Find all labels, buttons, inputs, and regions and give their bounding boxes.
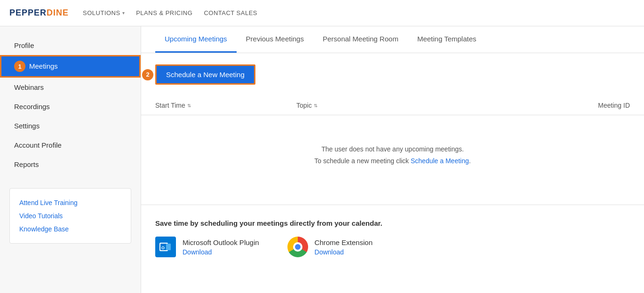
schedule-area: 2 Schedule a New Meeting xyxy=(141,53,644,96)
sidebar-link-attend-live-training[interactable]: Attend Live Training xyxy=(19,196,121,209)
page-layout: Profile 1Meetings Webinars Recordings Se… xyxy=(0,26,644,293)
nav-contact-sales[interactable]: CONTACT SALES xyxy=(204,9,257,16)
top-navigation: PEPPERDINE SOLUTIONS ▾ PLANS & PRICING C… xyxy=(0,0,644,26)
schedule-new-meeting-button[interactable]: Schedule a New Meeting xyxy=(155,64,255,85)
chrome-inner-circle xyxy=(293,242,302,252)
svg-text:O: O xyxy=(161,245,165,250)
tab-previous-meetings[interactable]: Previous Meetings xyxy=(237,26,313,53)
nav-plans-pricing[interactable]: PLANS & PRICING xyxy=(136,9,192,16)
plugin-chrome-download-link[interactable]: Download xyxy=(315,248,344,256)
chrome-icon xyxy=(287,237,308,257)
sidebar-item-recordings[interactable]: Recordings xyxy=(0,97,141,116)
sidebar-link-profile[interactable]: Profile xyxy=(0,36,141,55)
plugin-outlook-download-link[interactable]: Download xyxy=(183,248,212,256)
sidebar-item-webinars[interactable]: Webinars xyxy=(0,78,141,97)
step-badge-2: 2 xyxy=(142,69,153,80)
tab-meeting-templates[interactable]: Meeting Templates xyxy=(408,26,486,53)
sidebar-item-settings[interactable]: Settings xyxy=(0,116,141,135)
sidebar-link-webinars[interactable]: Webinars xyxy=(0,78,141,97)
nav-solutions[interactable]: SOLUTIONS ▾ xyxy=(83,9,125,16)
plugin-outlook-name: Microsoft Outlook Plugin xyxy=(183,238,259,246)
step-badge-1: 1 xyxy=(14,61,25,72)
plugin-outlook: O Microsoft Outlook Plugin Download xyxy=(155,237,259,257)
sort-topic-icon[interactable]: ⇅ xyxy=(314,103,318,108)
sidebar-link-knowledge-base[interactable]: Knowledge Base xyxy=(19,222,121,236)
schedule-meeting-link[interactable]: Schedule a Meeting xyxy=(411,157,469,165)
col-start-time: Start Time ⇅ xyxy=(155,102,296,109)
empty-state: The user does not have any upcoming meet… xyxy=(141,115,644,195)
logo[interactable]: PEPPERDINE xyxy=(9,8,69,18)
nav-links: SOLUTIONS ▾ PLANS & PRICING CONTACT SALE… xyxy=(83,9,257,16)
sidebar-link-reports[interactable]: Reports xyxy=(0,155,141,174)
sidebar-link-account-profile[interactable]: Account Profile xyxy=(0,135,141,155)
calendar-section: Save time by scheduling your meetings di… xyxy=(141,205,644,271)
calendar-section-heading: Save time by scheduling your meetings di… xyxy=(155,219,630,227)
plugin-chrome-name: Chrome Extension xyxy=(315,238,373,246)
outlook-icon: O xyxy=(155,237,176,257)
main-content: Upcoming Meetings Previous Meetings Pers… xyxy=(141,26,644,293)
sort-start-time-icon[interactable]: ⇅ xyxy=(187,103,191,108)
col-meeting-id: Meeting ID xyxy=(598,102,630,109)
sidebar-item-account-profile[interactable]: Account Profile xyxy=(0,135,141,155)
calendar-plugins: O Microsoft Outlook Plugin Download xyxy=(155,237,630,257)
tab-personal-meeting-room[interactable]: Personal Meeting Room xyxy=(313,26,408,53)
plugin-chrome-info: Chrome Extension Download xyxy=(315,238,373,256)
sidebar: Profile 1Meetings Webinars Recordings Se… xyxy=(0,26,141,293)
table-header: Start Time ⇅ Topic ⇅ Meeting ID xyxy=(141,96,644,115)
tab-upcoming-meetings[interactable]: Upcoming Meetings xyxy=(155,26,237,53)
sidebar-footer: Attend Live Training Video Tutorials Kno… xyxy=(9,188,131,244)
sidebar-link-settings[interactable]: Settings xyxy=(0,116,141,135)
sidebar-link-meetings[interactable]: 1Meetings xyxy=(0,55,141,78)
chevron-down-icon: ▾ xyxy=(122,10,125,16)
plugin-chrome: Chrome Extension Download xyxy=(287,237,373,257)
svg-rect-3 xyxy=(166,244,171,250)
sidebar-link-recordings[interactable]: Recordings xyxy=(0,97,141,116)
sidebar-link-video-tutorials[interactable]: Video Tutorials xyxy=(19,209,121,222)
col-topic: Topic ⇅ xyxy=(296,102,598,109)
sidebar-nav: Profile 1Meetings Webinars Recordings Se… xyxy=(0,36,141,174)
empty-state-line2: To schedule a new meeting click Schedule… xyxy=(155,155,630,167)
sidebar-item-meetings[interactable]: 1Meetings xyxy=(0,55,141,78)
tabs-bar: Upcoming Meetings Previous Meetings Pers… xyxy=(141,26,644,53)
sidebar-item-profile[interactable]: Profile xyxy=(0,36,141,55)
plugin-outlook-info: Microsoft Outlook Plugin Download xyxy=(183,238,259,256)
empty-state-line1: The user does not have any upcoming meet… xyxy=(155,143,630,155)
sidebar-item-reports[interactable]: Reports xyxy=(0,155,141,174)
